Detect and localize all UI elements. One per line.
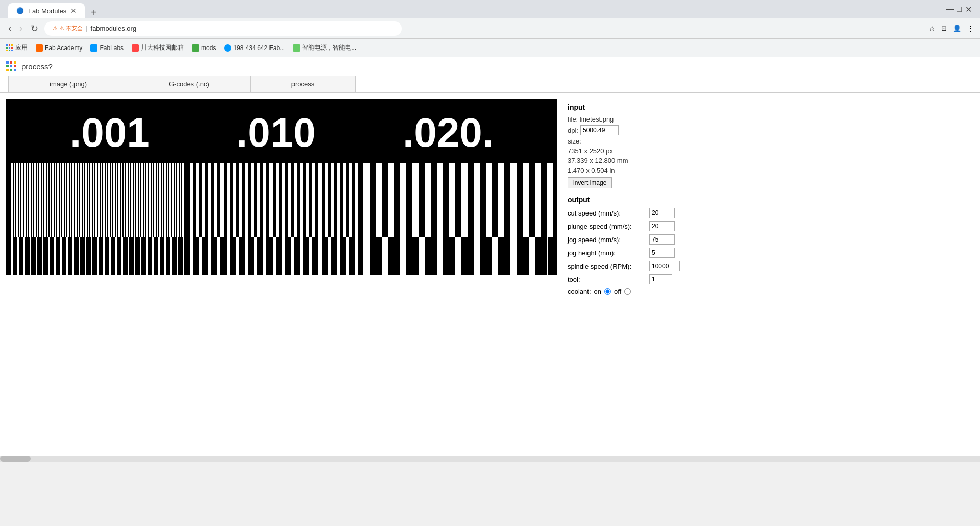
bookmark-mods[interactable]: mods — [192, 44, 216, 52]
apps-grid-icon — [6, 44, 13, 52]
svg-rect-108 — [257, 163, 260, 237]
size-label-row: size: — [568, 137, 710, 145]
svg-rect-63 — [172, 163, 174, 237]
svg-rect-96 — [183, 237, 184, 275]
svg-rect-142 — [346, 237, 349, 275]
svg-rect-145 — [376, 163, 382, 237]
svg-rect-0 — [11, 163, 13, 237]
svg-rect-170 — [547, 237, 548, 275]
svg-rect-41 — [116, 163, 117, 237]
page-content: process? image (.png) G-codes (.nc) proc… — [0, 57, 980, 456]
svg-rect-27 — [80, 163, 82, 237]
bookmark-smart[interactable]: 智能电源，智能电... — [293, 43, 356, 52]
address-bar-input[interactable]: ⚠ ⚠ 不安全 | fabmodules.org — [44, 21, 402, 36]
coolant-row: coolant: on off — [568, 288, 710, 295]
svg-rect-98 — [196, 163, 199, 237]
minimize-button[interactable]: — — [946, 6, 953, 13]
tool-input[interactable] — [649, 274, 672, 284]
plunge-speed-input[interactable] — [649, 221, 675, 231]
svg-rect-126 — [199, 237, 202, 275]
svg-rect-155 — [498, 163, 504, 237]
svg-rect-139 — [318, 237, 322, 275]
svg-rect-50 — [139, 163, 140, 237]
bookmark-fablabs[interactable]: FabLabs — [90, 44, 124, 52]
spindle-speed-input[interactable] — [649, 261, 680, 271]
bookmarks-bar: 应用 Fab Academy FabLabs 川大科技园邮箱 mods 198 … — [0, 39, 980, 57]
tab-close-button[interactable]: ✕ — [70, 7, 77, 15]
bookmark-chengdu[interactable]: 川大科技园邮箱 — [132, 43, 184, 52]
svg-rect-119 — [325, 163, 328, 237]
cut-speed-input[interactable] — [649, 208, 675, 218]
coolant-on-radio[interactable] — [604, 288, 611, 295]
close-button[interactable]: ✕ — [965, 6, 972, 13]
input-section: input file: linetest.png dpi: size: 7351… — [568, 103, 710, 188]
bookmark-smart-label: 智能电源，智能电... — [302, 43, 356, 52]
tab-process[interactable]: process — [251, 76, 356, 92]
back-button[interactable]: ‹ — [6, 21, 13, 36]
spindle-speed-label: spindle speed (RPM): — [568, 262, 649, 270]
forward-button[interactable]: › — [17, 21, 24, 36]
svg-rect-89 — [140, 237, 141, 275]
svg-rect-36 — [103, 163, 105, 237]
svg-rect-79 — [79, 237, 80, 275]
tab-gcodes[interactable]: G-codes (.nc) — [128, 76, 251, 92]
svg-rect-75 — [54, 237, 56, 275]
svg-rect-116 — [306, 163, 309, 237]
svg-rect-127 — [208, 237, 211, 275]
address-separator: | — [86, 25, 87, 32]
tab-image-png[interactable]: image (.png) — [8, 76, 128, 92]
svg-rect-68 — [11, 237, 13, 275]
coolant-off-radio[interactable] — [624, 288, 631, 295]
browser-tab[interactable]: 🔵 Fab Modules ✕ — [8, 3, 85, 18]
svg-rect-42 — [118, 163, 120, 237]
svg-rect-92 — [158, 237, 160, 275]
svg-rect-46 — [129, 163, 130, 237]
svg-rect-48 — [134, 163, 135, 237]
bookmark-apps[interactable]: 应用 — [6, 43, 28, 52]
svg-rect-95 — [177, 237, 178, 275]
refresh-button[interactable]: ↻ — [29, 21, 40, 36]
horizontal-scrollbar[interactable] — [0, 456, 980, 462]
jog-height-input[interactable] — [649, 248, 675, 258]
dpi-input[interactable] — [580, 125, 619, 135]
menu-icon[interactable]: ⋮ — [967, 25, 974, 32]
maximize-button[interactable]: □ — [955, 6, 963, 13]
profile-icon[interactable]: 👤 — [953, 25, 961, 32]
svg-rect-113 — [288, 163, 291, 237]
scrollbar-thumb[interactable] — [0, 456, 31, 462]
svg-rect-67 — [182, 163, 184, 237]
star-icon[interactable]: ☆ — [929, 25, 935, 32]
invert-image-button[interactable]: invert image — [568, 177, 612, 188]
svg-rect-35 — [101, 163, 102, 237]
svg-rect-85 — [115, 237, 117, 275]
svg-rect-20 — [62, 163, 64, 237]
svg-rect-30 — [88, 163, 89, 237]
svg-rect-160 — [363, 237, 370, 275]
barcode-visual — [6, 163, 557, 275]
svg-rect-144 — [363, 163, 370, 237]
page-tabs: image (.png) G-codes (.nc) process — [0, 76, 980, 93]
new-tab-button[interactable]: + — [87, 7, 101, 18]
size-in: 1.470 x 0.504 in — [568, 166, 710, 174]
svg-rect-16 — [52, 163, 54, 237]
svg-rect-101 — [214, 163, 217, 237]
mods-icon — [192, 44, 199, 52]
svg-rect-82 — [97, 237, 99, 275]
tool-label: tool: — [568, 276, 649, 283]
cast-icon[interactable]: ⊡ — [941, 25, 947, 32]
fablabs-icon — [90, 44, 97, 52]
svg-rect-135 — [282, 237, 285, 275]
bookmark-198[interactable]: 198 434 642 Fab... — [224, 44, 285, 52]
bookmark-fab-academy[interactable]: Fab Academy — [36, 44, 82, 52]
chengdu-icon — [132, 44, 139, 52]
spindle-speed-row: spindle speed (RPM): — [568, 261, 710, 271]
svg-rect-114 — [294, 163, 297, 237]
svg-rect-156 — [510, 163, 517, 237]
right-panel: input file: linetest.png dpi: size: 7351… — [568, 99, 710, 297]
size-px: 7351 x 2520 px — [568, 147, 710, 155]
jog-speed-input[interactable] — [649, 234, 675, 245]
svg-rect-61 — [167, 163, 168, 237]
plunge-speed-row: plunge speed (mm/s): — [568, 221, 710, 231]
svg-rect-103 — [227, 163, 230, 237]
image-label-001: .001 — [70, 109, 150, 156]
